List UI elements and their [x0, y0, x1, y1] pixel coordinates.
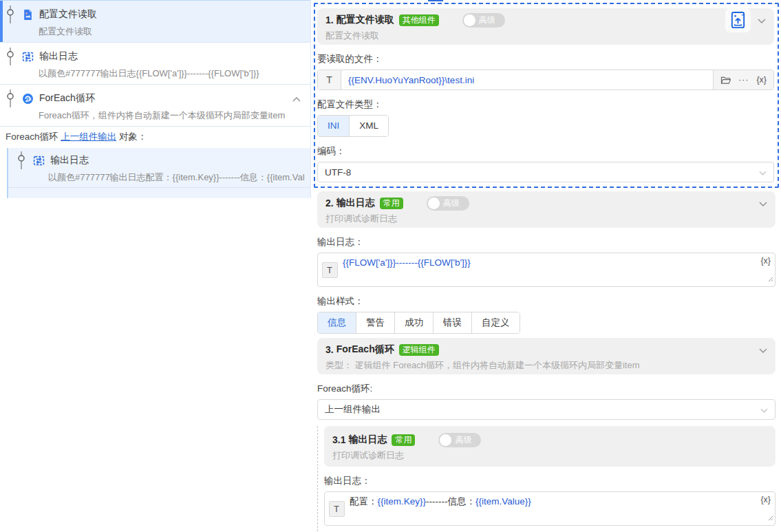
- log-field-label: 输出日志：: [324, 475, 775, 487]
- card2-header[interactable]: 2. 输出日志 常用 高级 打印调试诊断日志: [317, 191, 775, 228]
- advanced-toggle[interactable]: 高级: [462, 13, 505, 28]
- card-output-log[interactable]: 2. 输出日志 常用 高级 打印调试诊断日志: [317, 191, 775, 334]
- card3-1-header[interactable]: 3.1 输出日志 常用 高级 打印调试诊断日志: [324, 426, 775, 467]
- text-mode-prefix[interactable]: T: [322, 262, 338, 278]
- extract-to-file-icon[interactable]: [725, 8, 751, 32]
- connector-node-icon: [17, 151, 26, 169]
- card-nested-output-log[interactable]: 3.1 输出日志 常用 高级 打印调试诊断日志 输出日志： T: [324, 426, 775, 532]
- card1-header[interactable]: 1. 配置文件读取 其他组件 高级: [317, 8, 774, 45]
- loop-children-container: 3.1 输出日志 常用 高级 打印调试诊断日志 输出日志： T: [317, 426, 775, 532]
- insert-variable-icon[interactable]: {x}: [760, 495, 771, 504]
- foreach-loop-body: 输出日志 以颜色#777777输出日志配置：{{item.Key}}------…: [7, 148, 310, 198]
- foreach-source-link[interactable]: 上一组件输出: [61, 131, 116, 142]
- type-option-ini[interactable]: INI: [318, 116, 350, 136]
- log-style-group: 信息 警告 成功 错误 自定义: [317, 312, 520, 334]
- flow-step-config-file-read[interactable]: 配置文件读取 配置文件读取: [0, 0, 310, 43]
- category-badge: 常用: [380, 198, 403, 209]
- collapse-card-chevron-icon[interactable]: [759, 197, 767, 209]
- flow-step-title: 配置文件读取: [39, 8, 97, 21]
- chevron-down-icon: [759, 167, 767, 178]
- foreach-object-row: Foreach循环 上一组件输出 对象：: [0, 127, 310, 148]
- card3-title: ForEach循环: [336, 343, 394, 356]
- insert-variable-icon[interactable]: {x}: [760, 256, 771, 266]
- log-segment-variable: {{item.Value}}: [475, 496, 531, 507]
- card3-1-subtitle: 打印调试诊断日志: [332, 450, 767, 460]
- browse-folder-icon[interactable]: [720, 76, 731, 85]
- card-foreach-loop[interactable]: 3. ForEach循环 逻辑组件 类型： 逻辑组件 Foreach循环，组件内…: [317, 338, 775, 420]
- toggle-knob: [464, 14, 475, 26]
- chevron-up-icon[interactable]: [288, 92, 305, 105]
- card3-1-title: 输出日志: [348, 434, 387, 446]
- style-option-info[interactable]: 信息: [318, 312, 356, 333]
- log-content-textarea[interactable]: T 配置：{{item.Key}}-------信息：{{item.Value}…: [324, 491, 775, 526]
- collapse-card-chevron-icon[interactable]: [758, 14, 766, 26]
- flow-step-list: 配置文件读取 配置文件读取 输出日志 以颜色#777777输出日志{{FLOW[…: [0, 0, 311, 198]
- encoding-value: UTF-8: [325, 167, 351, 178]
- card3-number: 3.: [325, 344, 334, 355]
- encoding-select[interactable]: UTF-8: [317, 162, 774, 182]
- flow-step-title: 输出日志: [39, 50, 78, 63]
- flow-step-foreach-loop[interactable]: FE ForEach循环 Foreach循环，组件内将自动新建一个本级循环内局部…: [0, 85, 310, 127]
- foreach-field-label: Foreach循环:: [317, 383, 775, 395]
- card3-header[interactable]: 3. ForEach循环 逻辑组件 类型： 逻辑组件 Foreach循环，组件内…: [317, 338, 775, 374]
- advanced-toggle[interactable]: 高级: [427, 196, 469, 211]
- style-option-success[interactable]: 成功: [395, 312, 434, 333]
- workflow-editor: 配置文件读取 配置文件读取 输出日志 以颜色#777777输出日志{{FLOW[…: [0, 0, 781, 532]
- config-file-icon: [22, 9, 34, 21]
- log-segment-plain: 配置：: [350, 496, 378, 507]
- text-mode-prefix[interactable]: T: [318, 70, 341, 89]
- toggle-knob: [440, 434, 451, 446]
- card2-number: 2.: [325, 198, 334, 209]
- log-content-value[interactable]: 配置：{{item.Key}}-------信息：{{item.Value}}: [348, 492, 775, 525]
- output-log-icon: [33, 155, 45, 167]
- toggle-label: 高级: [443, 198, 460, 209]
- flow-step-output-log[interactable]: 输出日志 以颜色#777777输出日志{{FLOW['a']}}-------{…: [0, 43, 310, 85]
- card1-number: 1.: [325, 14, 334, 25]
- resize-handle[interactable]: [768, 273, 773, 285]
- flow-step-title: ForEach循环: [39, 92, 95, 105]
- loop-drop-area[interactable]: [8, 187, 310, 198]
- foreach-source-select[interactable]: 上一组件输出: [317, 399, 775, 420]
- category-badge: 逻辑组件: [399, 344, 439, 356]
- more-options-icon[interactable]: ···: [738, 76, 749, 83]
- text-mode-prefix[interactable]: T: [329, 501, 345, 517]
- flow-step-subtitle: 以颜色#777777输出日志{{FLOW['a']}}-------{{FLOW…: [39, 67, 305, 79]
- card3-subtitle: 类型： 逻辑组件 Foreach循环，组件内将自动新建一个本级循环内局部变量it…: [325, 360, 767, 370]
- card2-subtitle: 打印调试诊断日志: [325, 213, 767, 224]
- category-badge: 其他组件: [399, 14, 439, 26]
- card-config-file-read[interactable]: 1. 配置文件读取 其他组件 高级: [314, 3, 779, 188]
- flow-step-nested-output-log[interactable]: 输出日志 以颜色#777777输出日志配置：{{item.Key}}------…: [8, 148, 310, 187]
- log-field-label: 输出日志：: [317, 236, 775, 248]
- category-badge: 常用: [392, 434, 415, 446]
- log-segment-variable: {{item.Key}}: [378, 496, 427, 507]
- log-content-textarea[interactable]: T {{FLOW['a']}}-------{{FLOW['b']}} {x}: [317, 253, 775, 287]
- connector-node-icon: [6, 6, 15, 23]
- log-segment-plain: 信息：: [448, 496, 476, 507]
- chevron-down-icon: [760, 405, 768, 415]
- connector-node-icon: [6, 89, 15, 107]
- style-field-label: 输出样式：: [317, 295, 775, 308]
- card1-subtitle: 配置文件读取: [325, 30, 766, 41]
- flow-step-title: 输出日志: [50, 154, 89, 167]
- style-option-warning[interactable]: 警告: [356, 312, 395, 333]
- collapse-card-chevron-icon[interactable]: [759, 343, 767, 356]
- insert-variable-icon[interactable]: {x}: [756, 75, 767, 85]
- advanced-toggle[interactable]: 高级: [438, 433, 481, 447]
- log-content-value[interactable]: {{FLOW['a']}}-------{{FLOW['b']}}: [343, 257, 471, 268]
- toggle-knob: [428, 198, 440, 209]
- style-option-custom[interactable]: 自定义: [472, 312, 520, 333]
- style-option-error[interactable]: 错误: [434, 312, 472, 333]
- resize-handle[interactable]: [768, 511, 773, 524]
- svg-text:FE: FE: [26, 97, 32, 101]
- file-field-label: 要读取的文件：: [317, 53, 774, 65]
- foreach-row-prefix: Foreach循环: [6, 131, 58, 142]
- file-path-input[interactable]: T {{ENV.HuoYuYanRoot}}\test.ini ··· {x}: [317, 70, 774, 90]
- property-panel: 1. 配置文件读取 其他组件 高级: [314, 0, 779, 532]
- type-field-label: 配置文件类型：: [317, 98, 774, 111]
- flow-step-subtitle: 以颜色#777777输出日志配置：{{item.Key}}-------信息：{…: [48, 171, 305, 183]
- file-path-value[interactable]: {{ENV.HuoYuYanRoot}}\test.ini: [341, 70, 713, 89]
- log-segment-plain: -------: [426, 496, 447, 507]
- card2-title: 输出日志: [336, 197, 375, 209]
- flow-step-subtitle: 配置文件读取: [39, 25, 305, 37]
- type-option-xml[interactable]: XML: [350, 116, 388, 136]
